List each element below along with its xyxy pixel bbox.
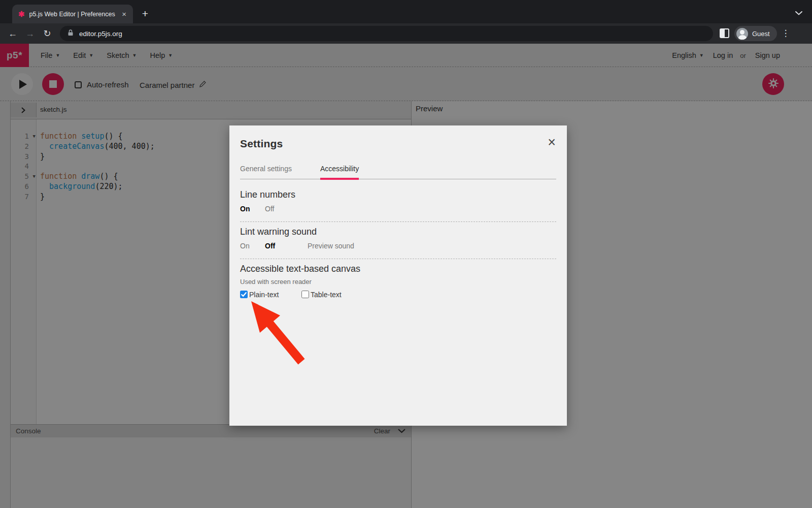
settings-section: Line numbersOnOff — [240, 179, 556, 222]
url-text: editor.p5js.org — [79, 30, 122, 38]
profile-button[interactable]: Guest — [734, 26, 777, 41]
settings-title: Settings — [240, 138, 556, 150]
modal-close-button[interactable]: × — [548, 136, 556, 149]
checkbox-label[interactable]: Plain-text — [249, 291, 279, 299]
side-panel-icon[interactable] — [720, 28, 729, 38]
lock-icon — [67, 29, 74, 39]
option-off[interactable]: Off — [265, 205, 308, 213]
settings-tabs: General settingsAccessibility — [240, 165, 556, 179]
browser-menu-icon[interactable]: ⋮ — [781, 26, 791, 41]
settings-tab-general-settings[interactable]: General settings — [240, 165, 292, 180]
address-bar[interactable]: editor.p5js.org — [60, 26, 713, 41]
settings-section: Lint warning soundOnOffPreview sound — [240, 222, 556, 259]
section-note: Used with screen reader — [240, 278, 556, 285]
avatar-icon — [736, 28, 748, 40]
checkbox-group-table-text: Table-text — [301, 291, 363, 299]
option-on[interactable]: On — [240, 242, 265, 250]
checkbox-label[interactable]: Table-text — [311, 291, 342, 299]
plain-text-checkbox[interactable] — [240, 291, 248, 298]
section-heading: Lint warning sound — [240, 226, 556, 237]
screen: ✱ p5.js Web Editor | Preferences × + ← →… — [0, 0, 812, 508]
option-on[interactable]: On — [240, 205, 265, 213]
section-heading: Line numbers — [240, 189, 556, 200]
settings-tab-accessibility[interactable]: Accessibility — [320, 165, 359, 180]
option-off[interactable]: Off — [265, 242, 308, 250]
option-preview-sound[interactable]: Preview sound — [308, 242, 354, 250]
settings-section: Accessible text-based canvasUsed with sc… — [240, 259, 556, 307]
reload-button[interactable]: ↻ — [39, 28, 56, 39]
tab-search-chevron-icon[interactable] — [795, 9, 803, 18]
back-button[interactable]: ← — [4, 28, 21, 39]
settings-modal: Settings × General settingsAccessibility… — [229, 125, 567, 426]
new-tab-button[interactable]: + — [138, 7, 152, 21]
profile-label: Guest — [752, 30, 770, 38]
checkbox-group-plain-text: Plain-text — [240, 291, 301, 299]
tab-title: p5.js Web Editor | Preferences — [29, 11, 121, 18]
tab-close-icon[interactable]: × — [120, 10, 128, 18]
section-heading: Accessible text-based canvas — [240, 263, 556, 274]
p5-favicon-icon: ✱ — [18, 10, 25, 18]
forward-button[interactable]: → — [21, 28, 39, 39]
table-text-checkbox[interactable] — [301, 291, 309, 298]
browser-chrome: ✱ p5.js Web Editor | Preferences × + ← →… — [0, 0, 812, 44]
tab-strip: ✱ p5.js Web Editor | Preferences × + — [0, 0, 812, 23]
browser-tab[interactable]: ✱ p5.js Web Editor | Preferences × — [12, 5, 133, 23]
